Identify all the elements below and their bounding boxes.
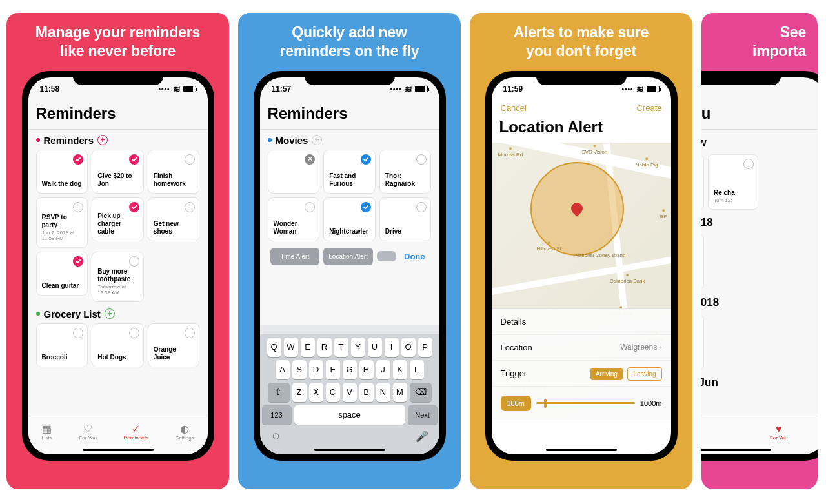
key-g[interactable]: G [343,360,357,379]
suggestion-bar[interactable] [260,325,439,334]
key-x[interactable]: X [309,383,323,402]
tab-settings[interactable]: ◐Settings [176,423,194,441]
check-icon[interactable] [73,154,83,165]
reminder-card[interactable]: Thor: Ragnarok [379,150,432,194]
arriving-chip[interactable]: Arriving [590,368,623,380]
radius-slider[interactable]: 100m 1000m [492,387,671,420]
key-p[interactable]: P [418,338,432,357]
check-icon[interactable] [416,202,427,212]
check-icon[interactable] [129,154,139,165]
reminder-card[interactable]: Orange Juice [148,323,200,367]
key-n[interactable]: N [376,383,390,402]
key-y[interactable]: Y [351,338,365,357]
map-view[interactable]: Moross Rd SVS Vision Noble Pig Hillcrest… [492,143,671,420]
home-indicator[interactable] [546,449,617,451]
list-header-reminders[interactable]: Reminders + [36,135,200,146]
key-123[interactable]: 123 [262,405,292,425]
key-h[interactable]: H [359,360,374,379]
check-icon[interactable] [185,202,195,212]
reminder-card[interactable]: Finish homework [148,150,200,194]
check-icon[interactable] [73,202,83,212]
reminder-card[interactable]: Pick up charger cable [92,197,144,241]
list-header-grocery[interactable]: Grocery List + [36,308,200,319]
key-r[interactable]: R [317,338,332,357]
reminder-card[interactable]: Clean guitar [36,252,88,296]
check-icon[interactable] [361,154,371,165]
reminder-card[interactable]: RSVP to partyJun 7, 2018 at 11:58 PM [36,197,88,248]
check-icon[interactable] [129,328,139,338]
tab-reminders[interactable]: ✓Reminders [124,423,149,441]
reminder-card[interactable]: Broccoli [36,323,88,367]
reminder-card[interactable]: Fast and Furious [323,150,376,194]
key-i[interactable]: I [385,338,399,357]
emoji-icon[interactable]: ☺ [271,430,281,443]
reminder-card[interactable]: ✕ [268,150,320,194]
key-w[interactable]: W [284,338,298,357]
key-d[interactable]: D [309,360,323,379]
leaving-chip[interactable]: Leaving [627,367,661,381]
home-indicator[interactable] [83,449,154,451]
key-t[interactable]: T [334,338,348,357]
tab-foryou[interactable]: ♥For You [770,423,788,441]
details-row[interactable]: Details [492,309,671,335]
key-j[interactable]: J [376,360,390,379]
reminder-card[interactable]: Drive [379,197,432,241]
key-l[interactable]: L [410,360,424,379]
reminder-card[interactable]: Give $20 to Jon [92,150,144,194]
check-icon[interactable]: ✕ [305,154,315,165]
reminder-card[interactable]: Buy more toothpasteTomorrow at 12:58 AM [92,252,144,302]
check-icon[interactable] [361,202,371,212]
mic-icon[interactable]: 🎤 [416,430,428,443]
check-icon[interactable] [416,154,427,165]
location-alert-button[interactable]: Location Alert [323,248,373,265]
time-alert-button[interactable]: Time Alert [270,248,320,265]
check-icon[interactable] [185,328,195,338]
check-icon[interactable] [743,159,754,169]
home-indicator[interactable] [701,449,771,451]
add-reminder-button[interactable]: + [97,135,108,145]
tab-lists[interactable]: ▦Lists [41,423,52,441]
key-s[interactable]: S [292,360,307,379]
reminder-card[interactable]: Wonder Woman [268,197,320,241]
check-icon[interactable] [129,202,139,212]
key-q[interactable]: Q [267,338,281,357]
check-icon[interactable] [305,202,315,212]
check-icon[interactable] [73,256,83,267]
key-z[interactable]: Z [292,383,307,402]
key-backspace[interactable]: ⌫ [410,383,432,402]
key-shift[interactable]: ⇧ [268,383,290,402]
home-indicator[interactable] [314,449,385,451]
key-c[interactable]: C [326,383,340,402]
reminder-card[interactable]: Walk the dog [36,150,88,194]
key-a[interactable]: A [276,360,290,379]
key-o[interactable]: O [401,338,416,357]
location-row[interactable]: Location Walgreens › [492,335,671,361]
tab-foryou[interactable]: ♡For You [79,423,97,441]
create-button[interactable]: Create [636,103,661,113]
key-e[interactable]: E [301,338,315,357]
key-b[interactable]: B [359,383,374,402]
key-next[interactable]: Next [408,405,438,425]
add-movie-button[interactable]: + [312,135,322,145]
list-header-movies[interactable]: Movies + [268,135,432,146]
cancel-button[interactable]: Cancel [501,103,527,113]
done-button[interactable]: Done [400,252,429,261]
check-icon[interactable] [185,154,195,165]
check-icon[interactable] [73,328,83,338]
reminder-card[interactable]: Hot Dogs [92,323,144,367]
key-m[interactable]: M [393,383,407,402]
add-grocery-button[interactable]: + [105,308,115,319]
check-icon[interactable] [129,256,139,267]
key-v[interactable]: V [343,383,357,402]
reminder-card[interactable]: Do math homeworkTomorrow at 12:28 AM [701,154,704,210]
key-k[interactable]: K [393,360,407,379]
reminder-card[interactable]: Nightcrawler [323,197,376,241]
key-f[interactable]: F [326,360,340,379]
reminder-card[interactable]: Get new shoes [148,197,200,241]
alert-extra-button[interactable] [377,251,396,261]
slider-track[interactable] [536,402,635,404]
reminder-card[interactable]: Re chaTom 12: [708,154,758,210]
reminder-card[interactable]: Prepare for presentationJun 6, 2018 at 1… [701,234,704,290]
reminder-card[interactable]: Finish drawingJun 11, 2018 at 11:58 PM [701,314,704,370]
key-space[interactable]: space [294,405,405,425]
